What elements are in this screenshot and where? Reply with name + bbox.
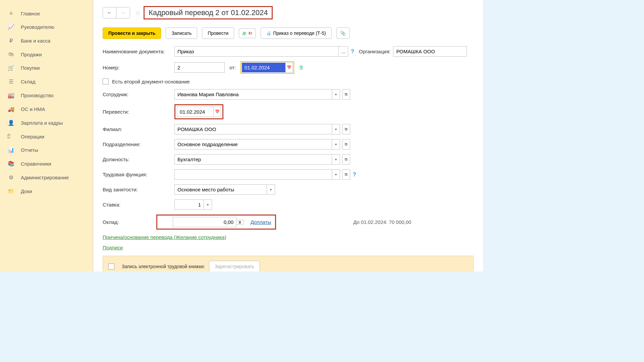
function-open[interactable]: ⧉: [342, 169, 350, 180]
dept-dropdown[interactable]: ▾: [332, 139, 340, 149]
position-dropdown[interactable]: ▾: [332, 154, 340, 165]
employee-open[interactable]: ⧉: [342, 89, 350, 100]
sidebar-label: Руководителю: [21, 24, 54, 30]
forward-button[interactable]: →: [116, 7, 130, 18]
salary-input[interactable]: [173, 217, 236, 227]
sidebar-label: Главное: [21, 11, 40, 16]
sidebar-label: Банк и касса: [21, 38, 50, 44]
number-input[interactable]: [174, 62, 225, 73]
position-label: Должность:: [103, 157, 174, 162]
refresh-icon[interactable]: 🗓: [299, 65, 304, 70]
transfer-label: Перевести:: [103, 109, 174, 115]
docname-input[interactable]: [174, 46, 339, 57]
main-content: ← → ☆ Кадровый перевод 2 от 01.02.2024 П…: [93, 0, 483, 272]
employment-input[interactable]: [174, 184, 267, 195]
gear-icon: ⚙: [7, 174, 15, 181]
ruble-icon: ₽: [7, 38, 15, 44]
position-open[interactable]: ⧉: [342, 154, 350, 165]
sidebar-item-ref[interactable]: 📚Справочники: [0, 157, 93, 171]
rate-label: Ставка:: [103, 202, 174, 207]
star-icon[interactable]: ☆: [135, 9, 141, 17]
sidebar-item-purchases[interactable]: 🛒Покупки: [0, 61, 93, 75]
cart-icon: 🛒: [7, 65, 15, 71]
salary-before-text: До 01.02.2024: 70 000,00: [353, 219, 411, 225]
register-button[interactable]: Зарегистрировать: [209, 261, 260, 272]
boxes-icon: ☰: [7, 78, 15, 85]
sidebar-item-bank[interactable]: ₽Банк и касса: [0, 34, 93, 48]
function-label: Трудовая функция:: [103, 172, 174, 177]
sidebar-item-reports[interactable]: 📊Отчеты: [0, 143, 93, 157]
employee-dropdown[interactable]: ▾: [332, 89, 340, 100]
printer-icon: 🖨: [266, 31, 271, 36]
signatures-link[interactable]: Подписи: [103, 245, 123, 250]
chart-icon: 📈: [7, 24, 15, 30]
bag-icon: 🛍: [7, 51, 15, 57]
sidebar-item-docs[interactable]: 📁Доки: [0, 184, 93, 198]
rate-dropdown[interactable]: ▾: [204, 199, 212, 210]
sidebar-label: Доки: [21, 188, 32, 194]
dept-open[interactable]: ⧉: [342, 139, 350, 149]
sidebar-item-operations[interactable]: Дт КтОперации: [0, 130, 93, 143]
sidebar-label: Администрирование: [21, 175, 69, 180]
sidebar-item-production[interactable]: 🏭Производство: [0, 88, 93, 102]
branch-label: Филиал:: [103, 126, 174, 132]
sidebar-item-manager[interactable]: 📈Руководителю: [0, 20, 93, 34]
sidebar-label: Покупки: [21, 65, 40, 71]
branch-input[interactable]: [174, 124, 332, 134]
transfer-date-input[interactable]: [177, 107, 214, 117]
help-icon[interactable]: ?: [351, 49, 354, 55]
sidebar-item-main[interactable]: ≡Главное: [0, 7, 93, 20]
supplements-link[interactable]: Доплаты: [251, 219, 271, 225]
sidebar-label: ОС и НМА: [21, 106, 45, 112]
sidebar-label: Справочники: [21, 161, 51, 167]
books-icon: 📚: [7, 161, 15, 167]
sidebar-label: Отчеты: [21, 147, 38, 153]
help-icon[interactable]: ?: [353, 172, 356, 178]
back-button[interactable]: ←: [103, 7, 116, 18]
second-doc-checkbox[interactable]: [103, 78, 109, 84]
employee-input[interactable]: [174, 89, 332, 100]
sidebar-label: Склад: [21, 79, 35, 84]
workbook-box: Запись электронной трудовой книжки: Заре…: [103, 256, 474, 272]
calendar-icon[interactable]: 📅: [214, 107, 221, 117]
save-button[interactable]: Записать: [166, 27, 197, 39]
page-title: Кадровый перевод 2 от 01.02.2024: [144, 6, 273, 19]
post-button[interactable]: Провести: [202, 27, 234, 39]
doc-date-input[interactable]: [242, 63, 285, 72]
calendar-icon[interactable]: 📅: [285, 63, 293, 72]
employment-label: Вид занятости:: [103, 187, 174, 192]
from-label: от:: [229, 65, 236, 70]
second-doc-label: Есть второй документ-основание: [112, 79, 190, 84]
sidebar-item-admin[interactable]: ⚙Администрирование: [0, 171, 93, 184]
branch-open[interactable]: ⧉: [342, 124, 350, 134]
dtkt-icon: Дт Кт: [7, 133, 15, 139]
branch-dropdown[interactable]: ▾: [332, 124, 340, 134]
reason-link[interactable]: Причина/основание перевода (Желание сотр…: [103, 234, 226, 240]
org-label: Организация:: [359, 49, 391, 54]
calculator-icon[interactable]: 🖩: [236, 220, 244, 225]
sidebar-item-hr[interactable]: 👤Зарплата и кадры: [0, 116, 93, 130]
sidebar-item-warehouse[interactable]: ☰Склад: [0, 75, 93, 88]
function-dropdown[interactable]: ▾: [332, 169, 340, 180]
rate-input[interactable]: [174, 199, 204, 210]
sidebar-item-assets[interactable]: 🚚ОС и НМА: [0, 102, 93, 116]
position-input[interactable]: [174, 154, 332, 165]
org-input[interactable]: [393, 46, 467, 57]
sidebar-label: Производство: [21, 93, 54, 98]
print-order-button[interactable]: 🖨Приказ о переводе (Т-5): [261, 27, 332, 39]
number-label: Номер:: [103, 65, 174, 70]
person-icon: 👤: [7, 120, 15, 126]
dept-input[interactable]: [174, 139, 332, 149]
dtkt-button[interactable]: ДтКт: [239, 28, 256, 38]
workbook-checkbox[interactable]: [108, 263, 114, 269]
post-close-button[interactable]: Провести и закрыть: [103, 27, 161, 39]
function-input[interactable]: [174, 169, 332, 180]
employment-dropdown[interactable]: ▾: [267, 184, 275, 195]
menu-icon: ≡: [7, 10, 15, 16]
sidebar-label: Зарплата и кадры: [21, 120, 63, 126]
sidebar-item-sales[interactable]: 🛍Продажи: [0, 48, 93, 61]
folder-icon: 📁: [7, 188, 15, 194]
attach-button[interactable]: 📎: [336, 27, 350, 39]
docname-dots[interactable]: ...: [339, 46, 348, 57]
sidebar-label: Операции: [21, 134, 44, 139]
